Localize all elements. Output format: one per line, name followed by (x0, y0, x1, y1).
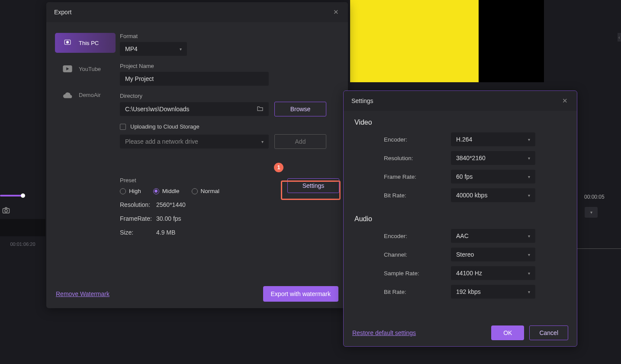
size-info-value: 4.9 MB (156, 229, 175, 236)
audio-bitrate-value: 192 kbps (456, 288, 481, 295)
audio-channel-label: Channel: (384, 251, 451, 258)
timeline-ruler (576, 248, 621, 252)
resolution-info-value: 2560*1440 (156, 201, 186, 208)
preset-radio-high[interactable]: High (120, 188, 141, 194)
sidebar-item-label: DemoAir (79, 92, 101, 98)
video-framerate-label: Frame Rate: (384, 174, 451, 180)
video-encoder-label: Encoder: (384, 136, 451, 143)
audio-encoder-label: Encoder: (384, 233, 451, 239)
radio-label: High (129, 188, 141, 194)
audio-channel-select[interactable]: Stereo ▾ (451, 248, 535, 261)
chevron-down-icon: ▾ (528, 252, 530, 257)
chevron-down-icon: ▾ (528, 290, 530, 294)
directory-value: C:\Users\ws\Downloads (125, 106, 190, 113)
settings-close-button[interactable]: ✕ (560, 97, 569, 105)
export-dialog-title: Export (54, 9, 71, 16)
sidebar-item-label: This PC (79, 40, 99, 46)
size-info-label: Size: (120, 229, 156, 236)
preview-end-time: 00:00:05 (584, 194, 605, 200)
chevron-down-icon: ▾ (528, 174, 530, 179)
export-with-watermark-button[interactable]: Export with watermark (263, 286, 338, 302)
audio-channel-value: Stereo (456, 251, 474, 258)
settings-dialog-title: Settings (351, 97, 373, 104)
video-encoder-value: H.264 (456, 136, 472, 143)
audio-samplerate-label: Sample Rate: (384, 270, 451, 277)
checkbox-icon (120, 124, 126, 130)
framerate-info-value: 30.00 fps (156, 215, 181, 222)
preview-yellow-block (350, 0, 479, 82)
project-name-label: Project Name (120, 63, 339, 69)
cloud-upload-label: Uploading to Cloud Storage (130, 123, 199, 130)
video-framerate-value: 60 fps (456, 173, 473, 180)
pc-icon (63, 39, 72, 47)
svg-point-1 (5, 209, 7, 212)
format-value: MP4 (125, 45, 138, 52)
preset-radio-middle[interactable]: Middle (153, 188, 180, 194)
directory-input[interactable]: C:\Users\ws\Downloads (120, 102, 269, 116)
network-drive-select[interactable]: Please add a network drive ▾ (120, 135, 269, 148)
ok-button[interactable]: OK (491, 325, 524, 340)
cloud-icon (63, 91, 72, 99)
settings-dialog: Settings ✕ Video Encoder: H.264 ▾ Resolu… (343, 90, 577, 347)
audio-encoder-select[interactable]: AAC ▾ (451, 229, 535, 243)
format-label: Format (120, 33, 339, 39)
chevron-down-icon: ▾ (528, 137, 530, 142)
directory-label: Directory (120, 93, 339, 99)
video-resolution-select[interactable]: 3840*2160 ▾ (451, 151, 535, 165)
audio-section-title: Audio (354, 215, 566, 223)
radio-label: Middle (162, 188, 180, 194)
folder-icon (257, 106, 264, 113)
audio-bitrate-select[interactable]: 192 kbps ▾ (451, 285, 535, 299)
annotation-badge-1: 1 (274, 163, 283, 172)
network-drive-placeholder: Please add a network drive (125, 138, 198, 145)
timeline-track[interactable] (0, 219, 45, 236)
video-resolution-label: Resolution: (384, 155, 451, 161)
chevron-down-icon: ▾ (180, 47, 182, 52)
sidebar-item-youtube[interactable]: YouTube (55, 59, 116, 79)
radio-icon (153, 188, 159, 194)
browse-button[interactable]: Browse (274, 102, 326, 116)
preview-options-dropdown[interactable]: ▾ (585, 207, 598, 218)
video-encoder-select[interactable]: H.264 ▾ (451, 132, 535, 146)
svg-point-3 (66, 41, 69, 44)
camera-icon[interactable] (2, 207, 10, 215)
project-name-input[interactable]: My Project (120, 72, 269, 86)
cancel-button[interactable]: Cancel (529, 325, 568, 340)
preset-label: Preset (120, 177, 219, 184)
chevron-down-icon: ▾ (528, 193, 530, 198)
sidebar-item-demoair[interactable]: DemoAir (55, 85, 116, 105)
chevron-down-icon: ▾ (528, 234, 530, 238)
panel-collapse-chevron[interactable]: ‹ (618, 33, 621, 42)
video-bitrate-value: 40000 kbps (456, 192, 487, 199)
audio-encoder-value: AAC (456, 232, 469, 239)
chevron-down-icon: ▾ (528, 271, 530, 276)
audio-bitrate-label: Bit Rate: (384, 289, 451, 295)
export-close-button[interactable]: ✕ (331, 8, 340, 16)
sidebar-item-this-pc[interactable]: This PC (55, 33, 116, 53)
format-select[interactable]: MP4 ▾ (120, 42, 187, 56)
video-section-title: Video (354, 119, 566, 126)
restore-defaults-link[interactable]: Restore default settings (352, 329, 416, 336)
timeline-scrubber[interactable] (0, 195, 45, 197)
radio-icon (120, 188, 126, 194)
youtube-icon (63, 65, 72, 73)
export-dialog: Export ✕ This PC YouTube DemoAir (46, 2, 348, 308)
video-framerate-select[interactable]: 60 fps ▾ (451, 170, 535, 184)
timeline-time-stamp: 00:01:06:20 (0, 242, 45, 247)
video-bitrate-label: Bit Rate: (384, 192, 451, 199)
cloud-upload-checkbox[interactable]: Uploading to Cloud Storage (120, 123, 339, 130)
audio-samplerate-select[interactable]: 44100 Hz ▾ (451, 266, 535, 280)
video-bitrate-select[interactable]: 40000 kbps ▾ (451, 188, 535, 202)
sidebar-item-label: YouTube (79, 66, 101, 72)
preset-radio-normal[interactable]: Normal (192, 188, 220, 194)
framerate-info-label: FrameRate: (120, 215, 156, 222)
chevron-down-icon: ▾ (528, 156, 530, 161)
project-name-value: My Project (125, 75, 154, 82)
audio-samplerate-value: 44100 Hz (456, 270, 482, 277)
radio-icon (192, 188, 198, 194)
add-drive-button[interactable]: Add (274, 134, 326, 149)
remove-watermark-link[interactable]: Remove Watermark (56, 290, 109, 297)
settings-button[interactable]: Settings (287, 178, 339, 193)
video-resolution-value: 3840*2160 (456, 155, 486, 161)
preview-black-block (479, 0, 544, 82)
